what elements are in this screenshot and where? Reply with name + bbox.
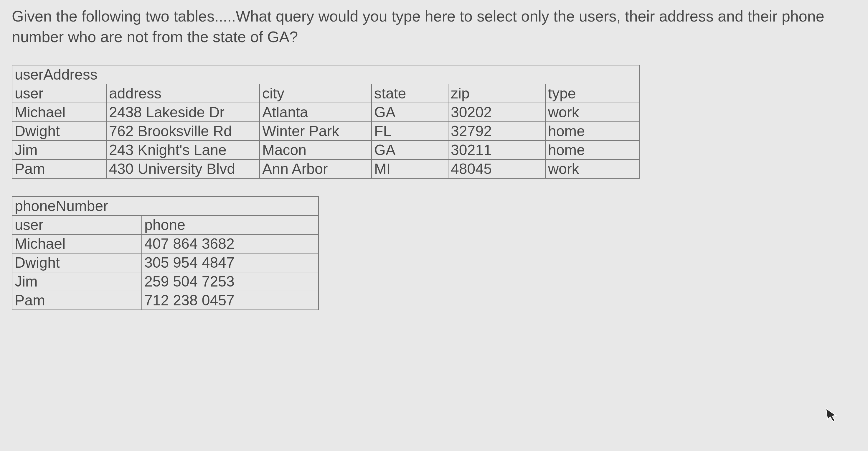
cursor-icon xyxy=(825,407,840,428)
question-text: Given the following two tables.....What … xyxy=(12,6,837,47)
cell-user: Pam xyxy=(12,159,106,178)
cell-type: home xyxy=(546,141,640,159)
table-user-address-header-row: user address city state zip type xyxy=(12,84,640,103)
table-user-address: userAddress user address city state zip … xyxy=(12,65,640,179)
cell-state: FL xyxy=(372,122,448,141)
cell-city: Atlanta xyxy=(259,103,372,122)
cell-state: MI xyxy=(372,159,448,178)
table-user-address-title: userAddress xyxy=(12,65,640,84)
cell-zip: 32792 xyxy=(448,122,546,141)
cell-address: 430 University Blvd xyxy=(106,159,259,178)
table-row: Michael 2438 Lakeside Dr Atlanta GA 3020… xyxy=(12,103,640,122)
header-user: user xyxy=(12,215,142,234)
table-phone-number-title-row: phoneNumber xyxy=(12,197,318,215)
page-content: Given the following two tables.....What … xyxy=(0,0,868,334)
cell-address: 2438 Lakeside Dr xyxy=(106,103,259,122)
cell-city: Macon xyxy=(259,141,372,159)
table-phone-number-header-row: user phone xyxy=(12,215,318,234)
table-row: Michael 407 864 3682 xyxy=(12,234,318,253)
table-row: Jim 259 504 7253 xyxy=(12,272,318,291)
cell-city: Winter Park xyxy=(259,122,372,141)
cell-zip: 30211 xyxy=(448,141,546,159)
table-row: Pam 712 238 0457 xyxy=(12,291,318,310)
table-row: Dwight 305 954 4847 xyxy=(12,253,318,272)
table-user-address-title-row: userAddress xyxy=(12,65,640,84)
cell-phone: 305 954 4847 xyxy=(142,253,318,272)
table-phone-number-title: phoneNumber xyxy=(12,197,318,215)
cell-phone: 407 864 3682 xyxy=(142,234,318,253)
cell-state: GA xyxy=(372,103,448,122)
header-state: state xyxy=(372,84,448,103)
cell-city: Ann Arbor xyxy=(259,159,372,178)
cell-type: work xyxy=(546,103,640,122)
header-zip: zip xyxy=(448,84,546,103)
cell-state: GA xyxy=(372,141,448,159)
table-row: Pam 430 University Blvd Ann Arbor MI 480… xyxy=(12,159,640,178)
cell-address: 243 Knight's Lane xyxy=(106,141,259,159)
cell-phone: 712 238 0457 xyxy=(142,291,318,310)
cell-zip: 48045 xyxy=(448,159,546,178)
header-city: city xyxy=(259,84,372,103)
cell-type: home xyxy=(546,122,640,141)
table-row: Jim 243 Knight's Lane Macon GA 30211 hom… xyxy=(12,141,640,159)
cell-type: work xyxy=(546,159,640,178)
header-address: address xyxy=(106,84,259,103)
cell-user: Dwight xyxy=(12,253,142,272)
header-type: type xyxy=(546,84,640,103)
cell-user: Pam xyxy=(12,291,142,310)
cell-phone: 259 504 7253 xyxy=(142,272,318,291)
cell-user: Michael xyxy=(12,103,106,122)
cell-user: Dwight xyxy=(12,122,106,141)
cell-user: Jim xyxy=(12,141,106,159)
table-row: Dwight 762 Brooksville Rd Winter Park FL… xyxy=(12,122,640,141)
cell-user: Jim xyxy=(12,272,142,291)
header-phone: phone xyxy=(142,215,318,234)
cell-address: 762 Brooksville Rd xyxy=(106,122,259,141)
table-phone-number: phoneNumber user phone Michael 407 864 3… xyxy=(12,196,319,310)
header-user: user xyxy=(12,84,106,103)
cell-user: Michael xyxy=(12,234,142,253)
cell-zip: 30202 xyxy=(448,103,546,122)
